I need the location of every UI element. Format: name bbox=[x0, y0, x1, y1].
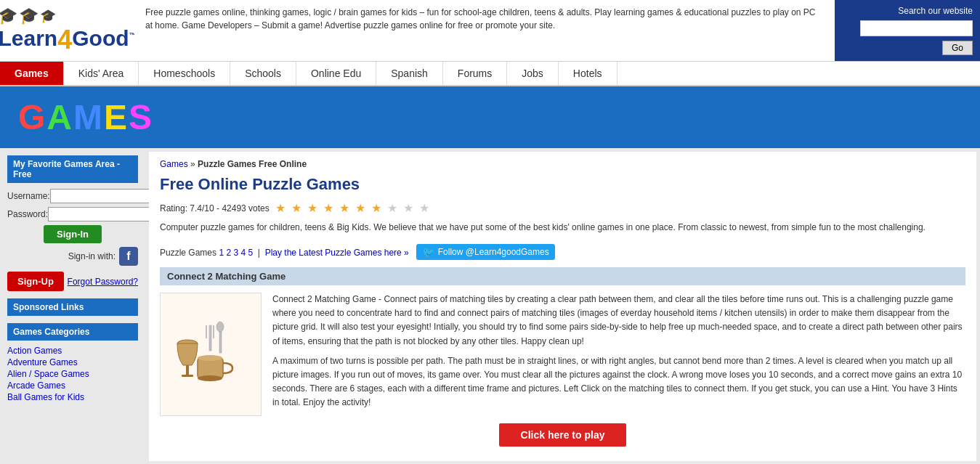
game-content: Connect 2 Matching Game - Connect pairs … bbox=[160, 293, 965, 416]
username-row: Username: bbox=[7, 189, 138, 203]
nav-item-games[interactable]: Games bbox=[0, 62, 64, 85]
signin-button[interactable]: Sign-In bbox=[44, 225, 102, 243]
svg-rect-9 bbox=[198, 358, 223, 378]
nav-item-homeschools[interactable]: Homeschools bbox=[139, 62, 230, 85]
svg-rect-6 bbox=[209, 325, 211, 338]
game-desc-p2: A maximum of two turns is possible per p… bbox=[272, 354, 965, 410]
game-desc-p1: Connect 2 Matching Game - Connect pairs … bbox=[272, 293, 965, 349]
search-input[interactable] bbox=[860, 20, 973, 36]
svg-point-10 bbox=[198, 355, 222, 361]
password-label: Password: bbox=[7, 209, 48, 219]
svg-rect-2 bbox=[182, 375, 193, 377]
nav-bar: Games Kids' Area Homeschools Schools Onl… bbox=[0, 62, 980, 86]
game-image bbox=[160, 293, 262, 416]
game-description: Connect 2 Matching Game - Connect pairs … bbox=[272, 293, 965, 416]
signin-with-label: Sign-in with: bbox=[68, 251, 116, 261]
star-9: ★ bbox=[403, 201, 413, 215]
twitter-follow-label: Follow @Learn4goodGames bbox=[438, 247, 549, 257]
games-banner: GAMES bbox=[0, 86, 980, 148]
nav-item-forums[interactable]: Forums bbox=[443, 62, 507, 85]
nav-item-spanish[interactable]: Spanish bbox=[376, 62, 443, 85]
star-4: ★ bbox=[323, 201, 333, 215]
breadcrumb-sep: » bbox=[190, 159, 195, 169]
password-input[interactable] bbox=[48, 207, 164, 221]
nav-item-jobs[interactable]: Jobs bbox=[507, 62, 559, 85]
svg-point-11 bbox=[198, 375, 222, 381]
puzzle-page-4[interactable]: 4 bbox=[240, 248, 246, 258]
puzzle-page-5[interactable]: 5 bbox=[248, 248, 254, 258]
nav-item-kids-area[interactable]: Kids' Area bbox=[64, 62, 139, 85]
svg-rect-4 bbox=[206, 325, 207, 338]
cat-ball-games[interactable]: Ball Games for Kids bbox=[7, 391, 138, 403]
star-6: ★ bbox=[355, 201, 365, 215]
logo-text: Learn4Good™ bbox=[0, 25, 137, 54]
breadcrumb-games-link[interactable]: Games bbox=[160, 159, 188, 169]
sponsored-title: Sponsored Links bbox=[7, 298, 138, 316]
search-label: Search our website bbox=[898, 6, 973, 16]
puzzle-page-1[interactable]: 1 bbox=[219, 248, 224, 258]
play-button[interactable]: Click here to play bbox=[499, 423, 627, 447]
favorites-title: My Favorite Games Area - Free bbox=[7, 155, 138, 183]
games-letter-m: M bbox=[73, 98, 104, 137]
nav-item-hotels[interactable]: Hotels bbox=[559, 62, 617, 85]
play-btn-container: Click here to play bbox=[160, 423, 965, 447]
categories-title: Games Categories bbox=[7, 323, 138, 341]
game-section-header: Connect 2 Matching Game bbox=[160, 267, 965, 285]
twitter-bird-icon: 🐦 bbox=[422, 246, 434, 258]
game-thumbnail bbox=[167, 318, 254, 391]
cat-arcade-games[interactable]: Arcade Games bbox=[7, 380, 138, 391]
star-7: ★ bbox=[371, 201, 381, 215]
puzzle-latest-link[interactable]: Play the Latest Puzzle Games here » bbox=[265, 248, 409, 258]
signup-row: Sign-Up Forgot Password? bbox=[7, 272, 138, 291]
games-letter-g: G bbox=[18, 98, 46, 137]
svg-point-8 bbox=[216, 322, 224, 332]
rating-label: Rating: 7.4/10 - 42493 votes bbox=[160, 203, 270, 213]
star-1: ★ bbox=[275, 201, 286, 215]
mortarboard-icon-1: 🎓 bbox=[0, 7, 17, 25]
password-row: Password: bbox=[7, 207, 138, 221]
desc-area: Computer puzzle games for children, teen… bbox=[160, 221, 965, 238]
twitter-follow[interactable]: 🐦 Follow @Learn4goodGames bbox=[416, 244, 555, 260]
breadcrumb-current: Puzzle Games Free Online bbox=[198, 159, 307, 169]
star-2: ★ bbox=[291, 201, 301, 215]
tagline-text: Free puzzle games online, thinking games… bbox=[145, 7, 816, 30]
star-8: ★ bbox=[387, 201, 397, 215]
puzzle-links: Puzzle Games 1 2 3 4 5 | Play the Latest… bbox=[160, 244, 965, 260]
signin-with-row: Sign-in with: f bbox=[7, 247, 138, 266]
puzzle-page-3[interactable]: 3 bbox=[233, 248, 238, 258]
puzzle-page-2[interactable]: 2 bbox=[226, 248, 231, 258]
star-10: ★ bbox=[419, 201, 429, 215]
svg-rect-1 bbox=[186, 365, 189, 376]
page-title: Free Online Puzzle Games bbox=[160, 175, 965, 194]
nav-item-online-edu[interactable]: Online Edu bbox=[296, 62, 376, 85]
breadcrumb: Games » Puzzle Games Free Online bbox=[160, 159, 965, 169]
signup-button[interactable]: Sign-Up bbox=[7, 272, 64, 291]
tagline-area: Free puzzle games online, thinking games… bbox=[134, 0, 835, 61]
sidebar: My Favorite Games Area - Free Username: … bbox=[0, 148, 145, 464]
desc-twitter-row: Computer puzzle games for children, teen… bbox=[160, 221, 965, 238]
mortarboard-icon-2: 🎓 bbox=[19, 7, 39, 25]
logo-area: 🎓 🎓 🎓 Learn4Good™ bbox=[0, 0, 134, 61]
games-letter-e: E bbox=[104, 98, 129, 137]
games-letter-s: S bbox=[129, 98, 153, 137]
desc-text: Computer puzzle games for children, teen… bbox=[160, 221, 965, 234]
main-layout: My Favorite Games Area - Free Username: … bbox=[0, 148, 980, 464]
cat-alien-space-games[interactable]: Alien / Space Games bbox=[7, 368, 138, 380]
mortarboard-icon-3: 🎓 bbox=[40, 8, 56, 24]
search-area: Search our website Go bbox=[835, 0, 980, 61]
username-label: Username: bbox=[7, 191, 50, 201]
rating-row: Rating: 7.4/10 - 42493 votes ★ ★ ★ ★ ★ ★… bbox=[160, 201, 965, 215]
forgot-password-link[interactable]: Forgot Password? bbox=[68, 277, 138, 287]
puzzle-links-prefix: Puzzle Games bbox=[160, 248, 216, 258]
cat-action-games[interactable]: Action Games bbox=[7, 345, 138, 357]
facebook-icon[interactable]: f bbox=[119, 247, 138, 266]
star-5: ★ bbox=[339, 201, 349, 215]
games-title: GAMES bbox=[18, 97, 962, 137]
star-3: ★ bbox=[307, 201, 317, 215]
games-letter-a: A bbox=[46, 98, 73, 137]
cat-adventure-games[interactable]: Adventure Games bbox=[7, 357, 138, 368]
main-content: Games » Puzzle Games Free Online Free On… bbox=[149, 152, 976, 461]
nav-item-schools[interactable]: Schools bbox=[230, 62, 296, 85]
svg-rect-5 bbox=[213, 325, 214, 338]
search-go-button[interactable]: Go bbox=[942, 41, 973, 55]
